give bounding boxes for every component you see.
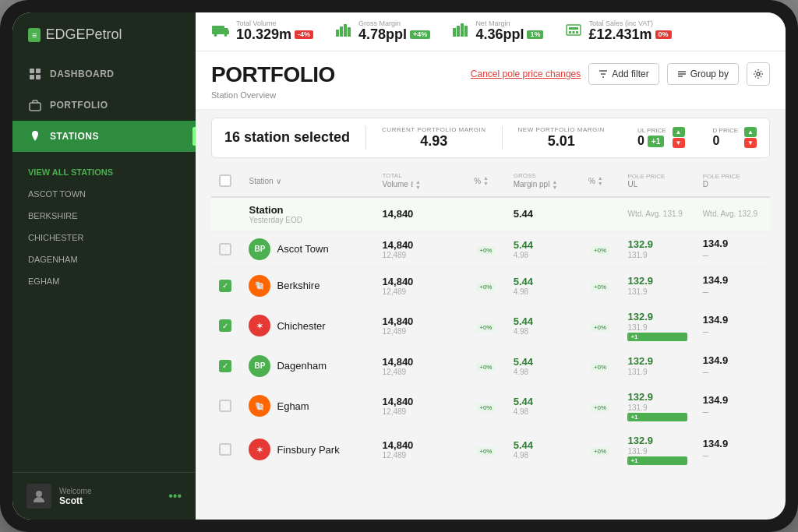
summary-d-avg: Wtd. Avg. 132.9	[703, 210, 762, 218]
margin-sub-finsbury: 4.98	[514, 451, 573, 460]
sub-nav-view-all[interactable]: VIEW ALL STATIONS	[12, 161, 196, 183]
checkbox-chichester[interactable]: ✓	[219, 319, 231, 332]
margin-pct-badge-egham: +0%	[591, 403, 609, 412]
sub-nav-ascot-town[interactable]: ASCOT TOWN	[12, 183, 196, 205]
svg-point-5	[34, 133, 37, 136]
page-subtitle: Station Overview	[211, 90, 276, 100]
svg-rect-0	[30, 69, 34, 73]
group-by-button[interactable]: Group by	[667, 63, 739, 85]
sidebar-item-dashboard[interactable]: DASHBOARD	[12, 58, 196, 90]
page-header: PORTFOLIO Station Overview Cancel pole p…	[196, 51, 786, 110]
th-volume: TOTAL Volume ℓ ▲▼	[375, 166, 467, 197]
checkbox-finsbury[interactable]	[219, 443, 231, 456]
total-volume-value: 10.329m	[236, 27, 291, 43]
briefcase-icon	[28, 98, 42, 112]
selection-label: 16 station selected	[224, 129, 350, 146]
row-checkbox-egham[interactable]	[211, 384, 241, 428]
volume-main-ascot: 14,840	[383, 239, 459, 251]
vol-pct-badge-chichester: +0%	[476, 323, 495, 332]
selection-divider-2	[502, 126, 503, 150]
d-price-adjuster: D PRICE 0 ▲ ▼	[713, 127, 757, 148]
margin-pct-badge-ascot: +0%	[591, 246, 609, 255]
margin-pct-sort-arrows[interactable]: ▲▼	[598, 175, 603, 186]
ul-badge-finsbury: +1	[627, 456, 687, 465]
table-row: ✓ BP Dagenham 14,840 12,489	[211, 347, 770, 384]
settings-button[interactable]	[747, 62, 770, 86]
footer-user: Welcome Scott	[59, 487, 161, 506]
th-margin-sublabel: GROSS	[514, 172, 573, 179]
volume-cell-egham: 14,840 12,489	[375, 384, 467, 428]
ul-cell-chichester: 132.9 131.9 +1	[620, 304, 694, 347]
ul-price-up-button[interactable]: ▲	[673, 127, 685, 137]
summary-ul-cell: Wtd. Avg. 131.9	[620, 197, 694, 231]
d-dash-ascot: –	[703, 249, 762, 261]
ul-main-ascot: 132.9	[627, 238, 687, 250]
checkbox-ascot[interactable]	[219, 243, 231, 255]
ul-price-down-button[interactable]: ▼	[673, 138, 685, 148]
stations-table: Station ∨ TOTAL Volume ℓ ▲▼	[211, 166, 770, 472]
d-main-dagenham: 134.9	[703, 354, 762, 366]
row-checkbox-chichester[interactable]: ✓	[211, 304, 241, 347]
summary-station-name: Station	[249, 204, 366, 216]
summary-margin-cell: 5.44	[506, 197, 581, 231]
sidebar-item-portfolio[interactable]: PORTFOLIO	[12, 90, 196, 121]
add-filter-button[interactable]: Add filter	[588, 63, 659, 85]
volume-cell-chichester: 14,840 12,489	[375, 304, 467, 347]
svg-point-6	[36, 491, 42, 497]
ul-cell-ascot: 132.9 131.9	[620, 231, 694, 267]
ul-price-ascot: 132.9 131.9	[627, 238, 687, 259]
row-checkbox-finsbury[interactable]	[211, 428, 241, 471]
margin-cell-dagenham: 5.44 4.98	[506, 347, 581, 384]
station-name-finsbury: Finsbury Park	[277, 444, 339, 456]
footer-menu-button[interactable]: •••	[168, 489, 182, 503]
vol-pct-sort-arrows[interactable]: ▲▼	[483, 175, 489, 186]
metric-info-sales: Total Sales (inc VAT) £12.431m 0%	[588, 20, 671, 43]
d-dash-dagenham: –	[703, 366, 762, 378]
ul-cell-berkshire: 132.9 131.9	[620, 267, 694, 304]
d-dash-berkshire: –	[703, 286, 762, 298]
station-cell-ascot: BP Ascot Town	[241, 231, 374, 267]
d-price-up-button[interactable]: ▲	[744, 127, 757, 137]
d-cell-berkshire: 134.9 –	[695, 267, 770, 304]
volume-cell-dagenham: 14,840 12,489	[375, 347, 467, 384]
ul-price-badge: +1	[648, 136, 664, 147]
margin-sort-arrows[interactable]: ▲▼	[552, 179, 557, 190]
checkbox-berkshire[interactable]: ✓	[219, 280, 231, 292]
summary-margin: 5.44	[514, 208, 533, 220]
row-checkbox-berkshire[interactable]: ✓	[211, 267, 241, 304]
screen: ≡ EDGEPetrol DASHBOARD PORTFOLIO	[12, 12, 786, 520]
group-by-label: Group by	[690, 69, 729, 79]
svg-rect-17	[464, 26, 468, 37]
sub-nav-chichester[interactable]: CHICHESTER	[12, 227, 196, 248]
new-margin-value: 5.01	[548, 133, 575, 150]
sidebar-item-stations[interactable]: STATIONS	[12, 121, 196, 152]
svg-rect-22	[576, 31, 578, 33]
sub-nav-berkshire[interactable]: BERKSHIRE	[12, 205, 196, 227]
cancel-pole-price-link[interactable]: Cancel pole price changes	[471, 69, 581, 79]
margin-pct-badge-berkshire: +0%	[591, 283, 609, 291]
vol-pct-berkshire: +0%	[466, 267, 506, 304]
ul-sub-ascot: 131.9	[627, 251, 687, 259]
row-checkbox-ascot[interactable]	[211, 231, 241, 267]
vol-pct-dagenham: +0%	[466, 347, 506, 384]
checkbox-dagenham[interactable]: ✓	[219, 360, 231, 372]
sub-nav-dagenham[interactable]: DAGENHAM	[12, 248, 196, 270]
th-station[interactable]: Station ∨	[241, 166, 374, 197]
vol-pct-badge-berkshire: +0%	[476, 283, 495, 291]
volume-cell-berkshire: 14,840 12,489	[375, 267, 467, 304]
d-price-label: D PRICE	[713, 127, 738, 134]
ul-main-egham: 132.9	[627, 391, 687, 403]
logo-icon: ≡	[28, 28, 41, 42]
select-all-checkbox[interactable]	[219, 174, 231, 187]
volume-sort-arrows[interactable]: ▲▼	[415, 179, 421, 190]
d-price-down-button[interactable]: ▼	[744, 138, 757, 148]
metric-gross-margin: Gross Margin 4.78ppl +4%	[335, 20, 430, 43]
total-sales-value: £12.431m	[588, 27, 651, 43]
net-margin-badge: 1%	[527, 30, 543, 39]
checkbox-egham[interactable]	[219, 400, 231, 412]
row-checkbox-dagenham[interactable]: ✓	[211, 347, 241, 384]
sub-nav-egham[interactable]: EGHAM	[12, 270, 196, 292]
volume-sub-dagenham: 12,489	[383, 368, 459, 376]
ul-price-num: 0	[637, 134, 644, 148]
tablet-frame: ≡ EDGEPetrol DASHBOARD PORTFOLIO	[0, 0, 798, 532]
